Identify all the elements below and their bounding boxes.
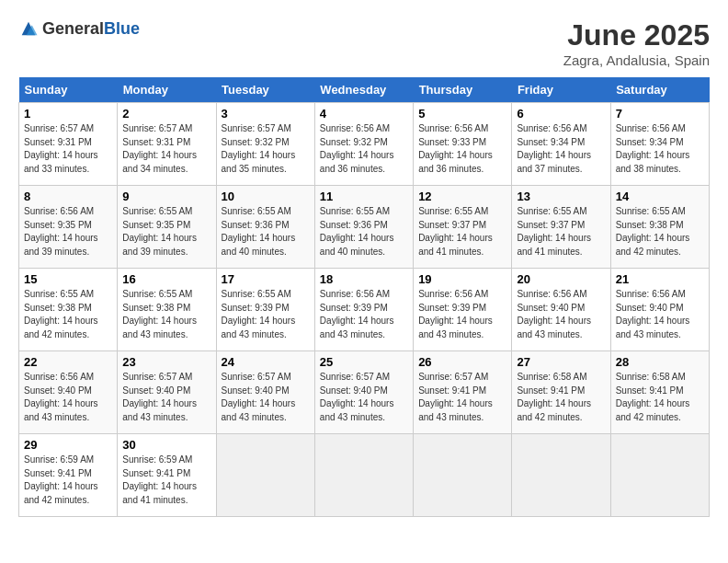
logo-icon [18, 18, 39, 39]
calendar-week-row: 15Sunrise: 6:55 AM Sunset: 9:38 PM Dayli… [19, 269, 710, 351]
day-number: 24 [222, 355, 310, 369]
title-area: June 2025 Zagra, Andalusia, Spain [563, 18, 710, 68]
calendar-day-cell: 13Sunrise: 6:55 AM Sunset: 9:37 PM Dayli… [512, 186, 610, 269]
calendar-day-cell: 6Sunrise: 6:56 AM Sunset: 9:34 PM Daylig… [512, 103, 610, 186]
calendar-day-cell: 3Sunrise: 6:57 AM Sunset: 9:32 PM Daylig… [216, 103, 314, 186]
calendar-header: SundayMondayTuesdayWednesdayThursdayFrid… [19, 77, 710, 103]
day-number: 27 [517, 355, 605, 369]
calendar-day-cell: 17Sunrise: 6:55 AM Sunset: 9:39 PM Dayli… [216, 269, 314, 351]
day-number: 6 [517, 107, 605, 121]
calendar-day-cell: 27Sunrise: 6:58 AM Sunset: 9:41 PM Dayli… [512, 351, 610, 434]
calendar-day-cell: 29Sunrise: 6:59 AM Sunset: 9:41 PM Dayli… [19, 434, 118, 517]
day-of-week-header: Sunday [19, 77, 118, 103]
day-number: 4 [320, 107, 408, 121]
calendar-day-cell [512, 434, 610, 517]
calendar-day-cell: 12Sunrise: 6:55 AM Sunset: 9:37 PM Dayli… [414, 186, 512, 269]
day-number: 9 [122, 190, 210, 203]
day-number: 18 [320, 272, 408, 286]
logo-text-blue: Blue [104, 19, 140, 38]
day-info: Sunrise: 6:59 AM Sunset: 9:41 PM Dayligh… [24, 454, 112, 507]
day-number: 23 [122, 355, 210, 369]
calendar-day-cell: 22Sunrise: 6:56 AM Sunset: 9:40 PM Dayli… [19, 351, 118, 434]
day-info: Sunrise: 6:56 AM Sunset: 9:35 PM Dayligh… [24, 205, 112, 259]
calendar-day-cell: 14Sunrise: 6:55 AM Sunset: 9:38 PM Dayli… [610, 186, 709, 269]
calendar-day-cell: 21Sunrise: 6:56 AM Sunset: 9:40 PM Dayli… [610, 269, 709, 351]
day-info: Sunrise: 6:57 AM Sunset: 9:40 PM Dayligh… [122, 371, 210, 424]
calendar-day-cell: 11Sunrise: 6:55 AM Sunset: 9:36 PM Dayli… [314, 186, 413, 269]
calendar-day-cell: 30Sunrise: 6:59 AM Sunset: 9:41 PM Dayli… [118, 434, 216, 517]
day-info: Sunrise: 6:58 AM Sunset: 9:41 PM Dayligh… [517, 371, 605, 424]
calendar-day-cell: 4Sunrise: 6:56 AM Sunset: 9:32 PM Daylig… [314, 103, 413, 186]
day-number: 15 [24, 272, 112, 286]
calendar-week-row: 29Sunrise: 6:59 AM Sunset: 9:41 PM Dayli… [19, 434, 710, 517]
calendar-day-cell: 26Sunrise: 6:57 AM Sunset: 9:41 PM Dayli… [414, 351, 512, 434]
day-info: Sunrise: 6:57 AM Sunset: 9:32 PM Dayligh… [222, 122, 310, 176]
calendar-day-cell: 8Sunrise: 6:56 AM Sunset: 9:35 PM Daylig… [19, 186, 118, 269]
calendar-day-cell: 9Sunrise: 6:55 AM Sunset: 9:35 PM Daylig… [118, 186, 216, 269]
day-info: Sunrise: 6:56 AM Sunset: 9:34 PM Dayligh… [616, 122, 704, 176]
day-info: Sunrise: 6:56 AM Sunset: 9:32 PM Dayligh… [320, 122, 408, 176]
day-info: Sunrise: 6:57 AM Sunset: 9:40 PM Dayligh… [222, 371, 310, 424]
logo-text-general: General [42, 19, 104, 38]
day-info: Sunrise: 6:55 AM Sunset: 9:37 PM Dayligh… [418, 205, 506, 259]
main-title: June 2025 [563, 18, 710, 52]
day-info: Sunrise: 6:55 AM Sunset: 9:37 PM Dayligh… [517, 205, 605, 259]
day-number: 10 [222, 190, 310, 203]
logo: GeneralBlue [18, 18, 140, 39]
day-number: 8 [24, 190, 112, 203]
calendar-day-cell: 5Sunrise: 6:56 AM Sunset: 9:33 PM Daylig… [414, 103, 512, 186]
day-number: 21 [616, 272, 704, 286]
calendar-day-cell: 1Sunrise: 6:57 AM Sunset: 9:31 PM Daylig… [19, 103, 118, 186]
calendar-day-cell: 23Sunrise: 6:57 AM Sunset: 9:40 PM Dayli… [118, 351, 216, 434]
day-number: 29 [24, 438, 112, 452]
day-info: Sunrise: 6:56 AM Sunset: 9:39 PM Dayligh… [320, 288, 408, 341]
calendar-day-cell: 16Sunrise: 6:55 AM Sunset: 9:38 PM Dayli… [118, 269, 216, 351]
day-info: Sunrise: 6:55 AM Sunset: 9:38 PM Dayligh… [122, 288, 210, 341]
day-info: Sunrise: 6:55 AM Sunset: 9:36 PM Dayligh… [222, 205, 310, 259]
day-number: 13 [517, 190, 605, 203]
calendar-week-row: 1Sunrise: 6:57 AM Sunset: 9:31 PM Daylig… [19, 103, 710, 186]
day-info: Sunrise: 6:58 AM Sunset: 9:41 PM Dayligh… [616, 371, 704, 424]
day-info: Sunrise: 6:55 AM Sunset: 9:36 PM Dayligh… [320, 205, 408, 259]
calendar-day-cell: 20Sunrise: 6:56 AM Sunset: 9:40 PM Dayli… [512, 269, 610, 351]
day-info: Sunrise: 6:59 AM Sunset: 9:41 PM Dayligh… [122, 454, 210, 507]
day-number: 16 [122, 272, 210, 286]
day-of-week-header: Monday [118, 77, 216, 103]
day-number: 28 [616, 355, 704, 369]
calendar-day-cell [314, 434, 413, 517]
day-info: Sunrise: 6:56 AM Sunset: 9:40 PM Dayligh… [616, 288, 704, 341]
day-info: Sunrise: 6:56 AM Sunset: 9:34 PM Dayligh… [517, 122, 605, 176]
day-number: 5 [418, 107, 506, 121]
calendar-week-row: 22Sunrise: 6:56 AM Sunset: 9:40 PM Dayli… [19, 351, 710, 434]
day-number: 7 [616, 107, 704, 121]
day-info: Sunrise: 6:55 AM Sunset: 9:38 PM Dayligh… [24, 288, 112, 341]
calendar-day-cell: 7Sunrise: 6:56 AM Sunset: 9:34 PM Daylig… [610, 103, 709, 186]
calendar-table: SundayMondayTuesdayWednesdayThursdayFrid… [18, 77, 710, 517]
calendar-day-cell: 19Sunrise: 6:56 AM Sunset: 9:39 PM Dayli… [414, 269, 512, 351]
day-info: Sunrise: 6:55 AM Sunset: 9:35 PM Dayligh… [122, 205, 210, 259]
calendar-day-cell [414, 434, 512, 517]
calendar-day-cell: 2Sunrise: 6:57 AM Sunset: 9:31 PM Daylig… [118, 103, 216, 186]
calendar-day-cell: 15Sunrise: 6:55 AM Sunset: 9:38 PM Dayli… [19, 269, 118, 351]
day-number: 17 [222, 272, 310, 286]
day-of-week-header: Wednesday [314, 77, 413, 103]
day-number: 20 [517, 272, 605, 286]
day-info: Sunrise: 6:56 AM Sunset: 9:39 PM Dayligh… [418, 288, 506, 341]
day-info: Sunrise: 6:57 AM Sunset: 9:31 PM Dayligh… [122, 122, 210, 176]
day-number: 26 [418, 355, 506, 369]
header: GeneralBlue June 2025 Zagra, Andalusia, … [18, 18, 710, 68]
day-info: Sunrise: 6:56 AM Sunset: 9:40 PM Dayligh… [24, 371, 112, 424]
day-info: Sunrise: 6:57 AM Sunset: 9:31 PM Dayligh… [24, 122, 112, 176]
day-number: 11 [320, 190, 408, 203]
day-number: 22 [24, 355, 112, 369]
day-number: 19 [418, 272, 506, 286]
calendar-week-row: 8Sunrise: 6:56 AM Sunset: 9:35 PM Daylig… [19, 186, 710, 269]
calendar-day-cell: 18Sunrise: 6:56 AM Sunset: 9:39 PM Dayli… [314, 269, 413, 351]
subtitle: Zagra, Andalusia, Spain [563, 52, 710, 68]
day-info: Sunrise: 6:55 AM Sunset: 9:38 PM Dayligh… [616, 205, 704, 259]
day-number: 14 [616, 190, 704, 203]
day-of-week-header: Tuesday [216, 77, 314, 103]
day-of-week-header: Friday [512, 77, 610, 103]
calendar-day-cell: 28Sunrise: 6:58 AM Sunset: 9:41 PM Dayli… [610, 351, 709, 434]
day-of-week-header: Saturday [610, 77, 709, 103]
